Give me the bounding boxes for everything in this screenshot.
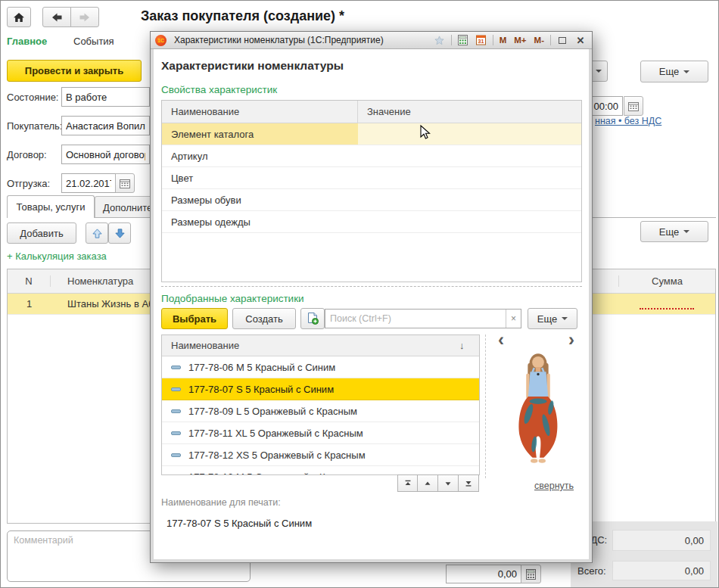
arrow-up-icon — [92, 228, 103, 239]
list-item-selected[interactable]: 177-78-07 S 5 Красный с Синим — [162, 378, 479, 400]
list-item[interactable]: 177-78-06 M 5 Красный с Синим — [162, 356, 479, 378]
state-field[interactable] — [61, 87, 150, 107]
scroll-down-button[interactable] — [438, 474, 459, 492]
price-type-link[interactable]: нная • без НДС — [595, 116, 661, 126]
time-calendar-button[interactable] — [624, 96, 643, 116]
property-name: Цвет — [162, 173, 193, 184]
column-value[interactable]: Значение — [358, 106, 581, 117]
characteristic-icon — [171, 387, 181, 391]
characteristics-list-header[interactable]: Наименование ↓ — [162, 335, 479, 356]
calculator-icon — [526, 569, 536, 580]
post-and-close-button[interactable]: Провести и закрыть — [7, 60, 142, 82]
chevron-right-icon: › — [568, 329, 574, 350]
property-value-cell[interactable] — [358, 123, 581, 145]
forward-button[interactable] — [70, 7, 99, 27]
more-button-top[interactable]: Еще — [640, 61, 708, 82]
property-name: Размеры обуви — [162, 194, 241, 206]
titlebar-separator — [550, 35, 551, 45]
property-row[interactable]: Цвет — [162, 167, 581, 189]
chevron-down-icon — [596, 70, 602, 73]
move-row-down-button[interactable] — [108, 222, 131, 244]
picked-heading: Подобранные характеристики — [161, 293, 304, 304]
nav-tab-main[interactable]: Главное — [7, 36, 47, 47]
maximize-button[interactable] — [556, 34, 569, 47]
property-row[interactable]: Артикул — [162, 145, 581, 167]
nav-tab-events[interactable]: События — [73, 36, 114, 47]
customer-field[interactable] — [61, 116, 150, 135]
select-button[interactable]: Выбрать — [161, 308, 228, 329]
close-button[interactable]: ✕ — [574, 34, 587, 47]
titlebar-separator — [493, 35, 493, 45]
product-photo-model-in-harem-pants[interactable] — [498, 350, 578, 476]
splitter-handle[interactable] — [161, 286, 582, 287]
list-item[interactable]: 177-78-11 XL 5 Оранжевый с Красным — [162, 422, 479, 444]
favorites-star-icon[interactable] — [433, 34, 447, 47]
create-by-template-button[interactable] — [300, 308, 325, 329]
chevron-down-icon — [683, 230, 689, 233]
characteristic-icon — [171, 475, 181, 476]
chevron-down-icon — [683, 70, 689, 73]
back-button[interactable] — [42, 7, 71, 27]
calculator-button[interactable] — [456, 34, 470, 47]
property-name: Размеры одежды — [162, 216, 251, 228]
more-button-items[interactable]: Еще — [640, 221, 708, 242]
search-clear-button[interactable]: × — [506, 310, 521, 328]
scroll-up-button[interactable] — [418, 474, 438, 492]
memory-minus-button[interactable]: M- — [533, 36, 546, 45]
property-row-selected[interactable]: Элемент каталога — [162, 123, 581, 145]
memory-button[interactable]: M — [498, 36, 509, 45]
collapse-image-link[interactable]: свернуть — [534, 481, 574, 491]
next-image-button[interactable]: › — [568, 331, 574, 349]
properties-table-header: Наименование Значение — [162, 101, 581, 123]
list-item[interactable]: 177-78-12 XS 5 Оранжевый с Красным — [162, 444, 479, 466]
totals-panel: НДС: 0,00 Всего: 0,00 — [571, 521, 717, 587]
chevron-down-icon — [562, 317, 568, 320]
property-row[interactable]: Размеры одежды — [162, 211, 581, 233]
characteristic-icon — [171, 409, 181, 413]
titlebar-separator — [451, 35, 452, 45]
scroll-top-icon — [403, 479, 412, 488]
amount-field[interactable] — [446, 565, 521, 583]
amount-calculator-button[interactable] — [521, 565, 541, 583]
home-button[interactable] — [7, 7, 31, 27]
scroll-up-icon — [423, 479, 432, 488]
add-row-button[interactable]: Добавить — [7, 222, 76, 244]
svg-text:31: 31 — [478, 39, 484, 44]
page-title: Заказ покупателя (создание) * — [141, 8, 344, 24]
calendar-31-button[interactable]: 31 — [475, 34, 488, 47]
dialog-content: Характеристики номенклатуры Свойства хар… — [154, 49, 589, 559]
property-row[interactable]: Размеры обуви — [162, 189, 581, 211]
create-button[interactable]: Создать — [232, 308, 296, 329]
arrow-down-icon — [114, 228, 126, 239]
search-input[interactable] — [325, 310, 506, 328]
properties-table: Наименование Значение Элемент каталога А… — [161, 100, 582, 282]
dialog-heading: Характеристики номенклатуры — [161, 59, 344, 73]
shipment-date-field[interactable] — [61, 173, 116, 193]
chevron-left-icon: ‹ — [498, 329, 504, 350]
sort-descending-icon: ↓ — [459, 340, 479, 351]
scroll-to-top-button[interactable] — [397, 474, 418, 492]
more-button-picked[interactable]: Еще — [528, 308, 577, 329]
characteristics-dialog: 1С Характеристики номенклатуры (1С:Предп… — [150, 31, 593, 563]
list-item[interactable]: 177-78-09 L 5 Оранжевый с Красным — [162, 400, 479, 422]
column-name[interactable]: Наименование — [162, 101, 358, 123]
memory-plus-button[interactable]: M+ — [512, 36, 528, 45]
contract-field[interactable] — [61, 145, 150, 164]
home-icon — [13, 11, 25, 23]
shipment-calendar-button[interactable] — [115, 173, 135, 193]
application-window: Заказ покупателя (создание) * Главное Со… — [0, 0, 719, 588]
new-document-icon — [307, 313, 319, 325]
column-n[interactable]: N — [8, 275, 51, 287]
move-row-up-button[interactable] — [86, 222, 108, 244]
image-panel-separator[interactable] — [485, 334, 486, 478]
property-name: Элемент каталога — [162, 123, 358, 145]
order-calculation-link[interactable]: + Калькуляция заказа — [7, 250, 107, 262]
characteristic-icon — [171, 366, 181, 369]
characteristic-icon — [171, 453, 181, 457]
calendar-icon — [628, 101, 639, 111]
dialog-titlebar[interactable]: 1С Характеристики номенклатуры (1С:Предп… — [151, 32, 592, 49]
previous-image-button[interactable]: ‹ — [498, 331, 504, 349]
scroll-to-bottom-button[interactable] — [459, 474, 479, 492]
column-sum[interactable]: Сумма — [618, 275, 715, 287]
tab-goods-services[interactable]: Товары, услуги — [7, 195, 95, 218]
